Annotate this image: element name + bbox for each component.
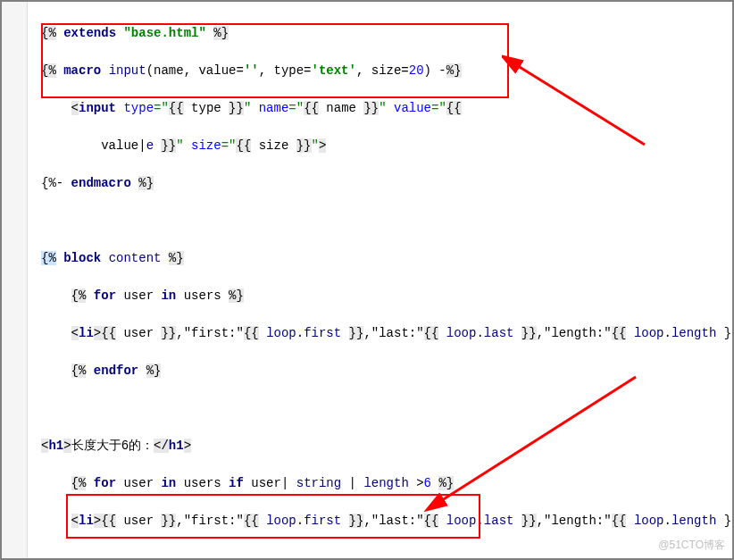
- watermark-text: @51CTO博客: [658, 538, 725, 553]
- code-line: <li>{{ user }},"first:"{{ loop.first }},…: [41, 324, 732, 343]
- code-line: value|e }}" size="{{ size }}">: [41, 137, 732, 155]
- code-line: <li>{{ user }},"first:"{{ loop.first }},…: [41, 512, 732, 531]
- code-line: {% block content %}: [41, 249, 732, 268]
- code-line: [41, 549, 732, 560]
- code-line: [41, 212, 732, 230]
- code-line: {%- endmacro %}: [41, 174, 732, 193]
- code-line: {% macro input(name, value='', type='tex…: [41, 62, 732, 80]
- code-content: {% extends "base.html" %} {% macro input…: [27, 2, 732, 558]
- line-gutter: [2, 2, 28, 558]
- code-line: [41, 399, 732, 418]
- code-line: <h1>长度大于6的：</h1>: [41, 437, 732, 456]
- code-screenshot: {% extends "base.html" %} {% macro input…: [0, 0, 734, 560]
- code-line: {% endfor %}: [41, 362, 732, 380]
- code-line: {% extends "base.html" %}: [41, 24, 732, 43]
- code-line: <input type="{{ type }}" name="{{ name }…: [41, 99, 732, 118]
- code-line: {% for user in users if user| string | l…: [41, 474, 732, 493]
- code-line: {% for user in users %}: [41, 287, 732, 305]
